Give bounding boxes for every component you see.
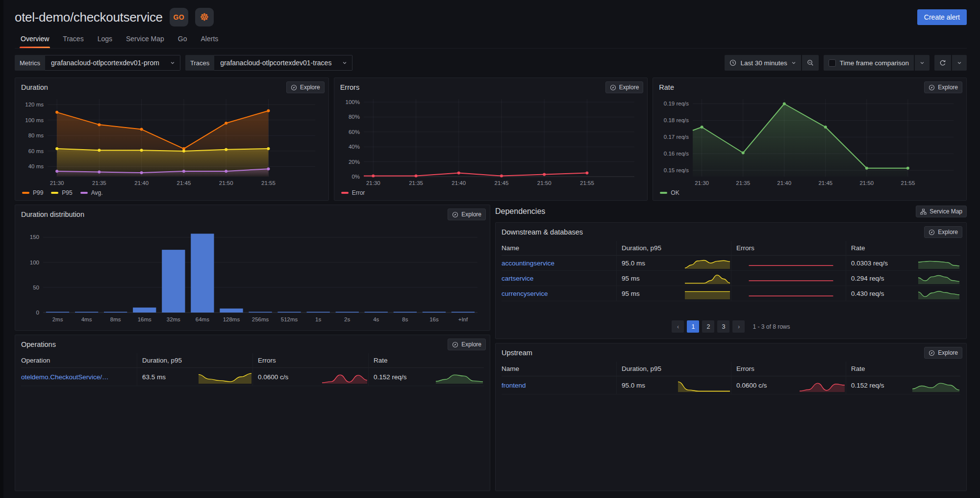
svg-text:120 ms: 120 ms bbox=[25, 102, 44, 107]
duration-chart: 21:3021:3521:4021:4521:5021:5540 ms60 ms… bbox=[21, 94, 322, 188]
bottom-row: Duration distribution Explore 0501001502… bbox=[15, 205, 967, 491]
tab-overview[interactable]: Overview bbox=[15, 30, 55, 48]
create-alert-button[interactable]: Create alert bbox=[917, 9, 967, 25]
legend-item-p95[interactable]: P95 bbox=[51, 189, 72, 196]
service-map-button[interactable]: Service Map bbox=[916, 206, 967, 217]
svg-text:4s: 4s bbox=[373, 316, 379, 322]
refresh-button[interactable] bbox=[934, 55, 951, 71]
explore-button[interactable]: Explore bbox=[286, 81, 325, 93]
svg-text:0.18 req/s: 0.18 req/s bbox=[664, 117, 689, 123]
time-range-value: Last 30 minutes bbox=[740, 59, 787, 67]
tab-logs[interactable]: Logs bbox=[92, 30, 118, 48]
explore-button[interactable]: Explore bbox=[924, 81, 962, 93]
svg-text:100 ms: 100 ms bbox=[25, 117, 44, 123]
dashboard-page: otel-demo/checkoutservice GO ☸ Create al… bbox=[0, 0, 980, 498]
duration-panel: Duration Explore 21:3021:3521:4021:4521:… bbox=[15, 78, 329, 201]
svg-text:128ms: 128ms bbox=[223, 316, 240, 322]
errors-sparkline bbox=[737, 287, 845, 300]
svg-text:21:45: 21:45 bbox=[495, 180, 509, 186]
svg-text:21:30: 21:30 bbox=[695, 180, 709, 186]
legend-item-ok[interactable]: OK bbox=[660, 189, 679, 196]
comparison-options-button[interactable] bbox=[915, 55, 930, 71]
svg-text:1s: 1s bbox=[315, 316, 321, 322]
downstream-panel: Downstream & databases Explore Name Dura… bbox=[495, 222, 967, 339]
zoom-out-button[interactable] bbox=[802, 55, 819, 71]
duration-value: 95 ms bbox=[622, 290, 640, 297]
explore-button[interactable]: Explore bbox=[448, 209, 486, 220]
chevron-down-icon bbox=[170, 60, 175, 65]
panel-title: Operations bbox=[21, 341, 56, 348]
chevron-down-icon bbox=[920, 60, 925, 65]
time-range-picker[interactable]: Last 30 minutes bbox=[725, 55, 801, 71]
column-header: Name bbox=[502, 241, 616, 256]
svg-text:21:50: 21:50 bbox=[859, 180, 874, 186]
upstream-table: Name Duration, p95 Errors Rate frontend … bbox=[496, 360, 966, 394]
metrics-datasource-picker[interactable]: Metrics grafanacloud-otlpcortexdev01-pro… bbox=[15, 55, 180, 71]
prev-page-button[interactable]: ‹ bbox=[672, 320, 684, 333]
service-link[interactable]: frontend bbox=[502, 382, 526, 389]
explore-button[interactable]: Explore bbox=[605, 81, 644, 93]
top-charts-row: Duration Explore 21:3021:3521:4021:4521:… bbox=[15, 78, 967, 201]
page-3-button[interactable]: 3 bbox=[717, 320, 729, 333]
rate-value: 0.430 req/s bbox=[851, 290, 884, 297]
legend-item-error[interactable]: Error bbox=[341, 189, 365, 196]
svg-text:60%: 60% bbox=[349, 129, 360, 135]
time-frame-comparison-toggle[interactable]: Time frame comparison bbox=[824, 55, 914, 71]
tab-traces[interactable]: Traces bbox=[57, 30, 89, 48]
svg-text:20%: 20% bbox=[349, 159, 360, 165]
svg-text:21:30: 21:30 bbox=[50, 180, 64, 186]
svg-text:8ms: 8ms bbox=[110, 316, 121, 322]
explore-button[interactable]: Explore bbox=[448, 339, 486, 350]
explore-button[interactable]: Explore bbox=[924, 226, 962, 238]
rate-value: 0.152 req/s bbox=[374, 373, 407, 381]
page-title: otel-demo/checkoutservice bbox=[15, 10, 163, 25]
errors-value: 0.0600 c/s bbox=[258, 373, 288, 381]
duration-sparkline bbox=[684, 287, 731, 300]
table-row: accountingservice bbox=[502, 256, 616, 271]
column-header: Errors bbox=[252, 353, 368, 368]
pagination: ‹ 1 2 3 › 1 - 3 of 8 rows bbox=[496, 320, 966, 339]
service-link[interactable]: currencyservice bbox=[502, 290, 548, 297]
svg-text:512ms: 512ms bbox=[281, 316, 298, 322]
svg-text:8s: 8s bbox=[402, 316, 408, 322]
panel-title: Duration distribution bbox=[21, 210, 84, 218]
svg-text:21:55: 21:55 bbox=[901, 180, 915, 186]
duration-distribution-chart: 0501001502ms4ms8ms16ms32ms64ms128ms256ms… bbox=[23, 221, 482, 325]
tab-go[interactable]: Go bbox=[172, 30, 193, 48]
operation-link[interactable]: oteldemo.CheckoutService/… bbox=[21, 373, 109, 381]
table-row: oteldemo.CheckoutService/… bbox=[21, 368, 137, 386]
explore-button[interactable]: Explore bbox=[924, 347, 962, 359]
next-page-button[interactable]: › bbox=[732, 320, 745, 333]
zoom-out-icon bbox=[807, 59, 814, 66]
tab-alerts[interactable]: Alerts bbox=[195, 30, 225, 48]
svg-text:21:45: 21:45 bbox=[177, 180, 191, 186]
service-link[interactable]: accountingservice bbox=[502, 260, 554, 267]
chart-legend: Error bbox=[334, 188, 648, 200]
column-header: Duration, p95 bbox=[616, 362, 731, 376]
legend-item-p99[interactable]: P99 bbox=[22, 189, 43, 196]
page-2-button[interactable]: 2 bbox=[702, 320, 714, 333]
toolbar: Metrics grafanacloud-otlpcortexdev01-pro… bbox=[15, 55, 967, 71]
duration-value: 95.0 ms bbox=[622, 260, 645, 267]
column-header: Errors bbox=[731, 241, 846, 256]
svg-text:21:55: 21:55 bbox=[580, 180, 594, 186]
refresh-interval-button[interactable] bbox=[952, 55, 967, 71]
legend-item-avg[interactable]: Avg. bbox=[80, 189, 103, 196]
rate-sparkline bbox=[917, 287, 960, 300]
traces-datasource-picker[interactable]: Traces grafanacloud-otlpcortexdev01-trac… bbox=[185, 55, 353, 71]
tab-bar: Overview Traces Logs Service Map Go Aler… bbox=[15, 30, 967, 49]
svg-text:+Inf: +Inf bbox=[458, 316, 468, 322]
column-header: Duration, p95 bbox=[137, 353, 252, 368]
operations-table: Operation Duration, p95 Errors Rate otel… bbox=[15, 351, 490, 386]
duration-sparkline bbox=[677, 378, 731, 393]
duration-sparkline bbox=[684, 272, 731, 285]
pagination-summary: 1 - 3 of 8 rows bbox=[753, 323, 790, 330]
comparison-checkbox[interactable] bbox=[829, 59, 836, 67]
svg-text:21:35: 21:35 bbox=[409, 180, 423, 186]
page-1-button[interactable]: 1 bbox=[687, 320, 699, 333]
service-link[interactable]: cartservice bbox=[502, 275, 533, 282]
svg-text:60 ms: 60 ms bbox=[28, 148, 44, 154]
tab-service-map[interactable]: Service Map bbox=[120, 30, 170, 48]
svg-text:2ms: 2ms bbox=[52, 316, 63, 322]
svg-text:32ms: 32ms bbox=[167, 316, 180, 322]
